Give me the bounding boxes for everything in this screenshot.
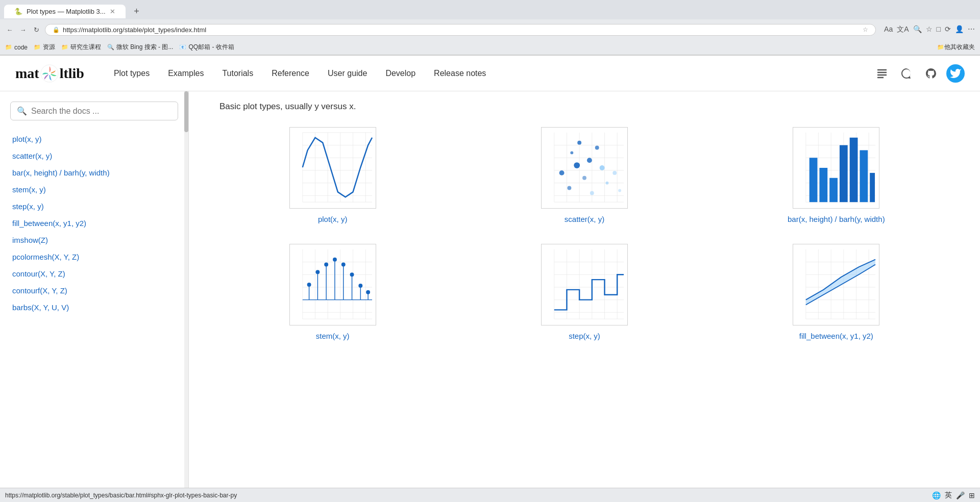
sidebar-link-fill-between[interactable]: fill_between(x, y1, y2) (0, 215, 188, 232)
tab-bar: 🐍 Plot types — Matplotlib 3... ✕ + (0, 0, 980, 19)
address-bar[interactable]: 🔒 https://matplotlib.org/stable/plot_typ… (45, 24, 876, 36)
translate-status-icon[interactable]: 🌐 (932, 491, 941, 499)
svg-point-45 (577, 141, 581, 145)
svg-rect-61 (829, 178, 838, 202)
svg-point-95 (366, 290, 370, 294)
logo-text-right: ltlib (60, 65, 84, 82)
plot-label-stem: stem(x, y) (316, 332, 350, 340)
svg-point-83 (315, 270, 320, 274)
svg-point-37 (582, 176, 586, 180)
bookmark-yanjiusheng[interactable]: 📁研究生课程 (61, 43, 101, 52)
bookmark-qq[interactable]: 📧QQ邮箱 - 收件箱 (179, 43, 234, 52)
lock-icon: 🔒 (53, 27, 60, 33)
favorites-icon[interactable]: ☆ (926, 25, 933, 34)
bookmark-bing[interactable]: 🔍微软 Bing 搜索 - 图... (107, 43, 173, 52)
star-icon[interactable]: ☆ (863, 26, 868, 33)
translate-icon[interactable]: 文A (897, 25, 909, 34)
back-button[interactable]: ← (5, 25, 14, 34)
nav-develop[interactable]: Develop (376, 65, 425, 82)
search-box[interactable]: 🔍 (10, 102, 178, 120)
browser-action-icons: Aa 文A 🔍 ☆ □ ⟳ 👤 ⋯ (884, 25, 975, 34)
sidebar-links: plot(x, y) scatter(x, y) bar(x, height) … (0, 131, 188, 316)
status-url: https://matplotlib.org/stable/plot_types… (5, 492, 932, 499)
plot-card-stem[interactable]: stem(x, y) (219, 244, 446, 340)
svg-point-1 (48, 72, 51, 75)
nav-release-notes[interactable]: Release notes (425, 65, 495, 82)
svg-rect-64 (860, 150, 868, 202)
plot-label-line: plot(x, y) (318, 215, 348, 223)
nav-reference[interactable]: Reference (262, 65, 318, 82)
svg-rect-65 (870, 173, 875, 202)
plot-card-bar[interactable]: bar(x, height) / barh(y, width) (723, 127, 949, 223)
nav-user-guide[interactable]: User guide (318, 65, 376, 82)
svg-rect-66 (290, 244, 376, 325)
svg-point-91 (350, 272, 354, 277)
sidebar-link-contourf[interactable]: contourf(X, Y, Z) (0, 282, 188, 299)
active-tab[interactable]: 🐍 Plot types — Matplotlib 3... ✕ (4, 5, 126, 18)
github-icon-button[interactable] (922, 64, 940, 83)
sidebar-link-stem[interactable]: stem(x, y) (0, 181, 188, 198)
plot-card-scatter[interactable]: scatter(x, y) (471, 127, 697, 223)
zoom-icon[interactable]: 🔍 (913, 25, 922, 34)
section-description: Basic plot types, usually y versus x. (219, 102, 949, 112)
sidebar-link-contour[interactable]: contour(X, Y, Z) (0, 265, 188, 282)
browser-controls: ← → ↻ 🔒 https://matplotlib.org/stable/pl… (0, 19, 980, 40)
nav-icons (873, 64, 965, 83)
new-tab-button[interactable]: + (130, 4, 144, 18)
forward-button[interactable]: → (18, 25, 28, 34)
tab-close[interactable]: ✕ (110, 8, 115, 15)
status-icons: 🌐 英 🎤 ⊞ (932, 491, 975, 500)
svg-point-89 (341, 263, 345, 267)
nav-plot-types[interactable]: Plot types (105, 65, 159, 82)
history-icon[interactable]: ⟳ (945, 25, 951, 34)
collections-icon[interactable]: □ (937, 25, 941, 34)
sidebar-link-pcolormesh[interactable]: pcolormesh(X, Y, Z) (0, 248, 188, 265)
read-mode-icon[interactable]: Aa (884, 25, 893, 34)
svg-point-42 (612, 171, 617, 175)
mic-status-icon[interactable]: 🎤 (956, 491, 965, 499)
plot-label-bar: bar(x, height) / barh(y, width) (788, 215, 885, 223)
plot-grid: plot(x, y) (219, 127, 949, 340)
svg-rect-96 (542, 244, 627, 325)
logo-icon (40, 64, 59, 83)
sidebar-link-step[interactable]: step(x, y) (0, 198, 188, 215)
plot-thumbnail-stem (289, 244, 376, 325)
svg-point-39 (595, 146, 599, 150)
site-header: mat ltlib Plot types Examples Tutorials … (0, 56, 980, 91)
svg-rect-6 (290, 128, 376, 208)
twitter-icon-button[interactable] (946, 64, 965, 83)
more-icon[interactable]: ⋯ (968, 25, 975, 34)
svg-point-87 (333, 258, 337, 262)
plot-card-line[interactable]: plot(x, y) (219, 127, 446, 223)
plot-thumbnail-scatter (541, 127, 628, 209)
refresh-button[interactable]: ↻ (32, 25, 41, 34)
url-text: https://matplotlib.org/stable/plot_types… (63, 26, 206, 34)
plot-card-fill-between[interactable]: fill_between(x, y1, y2) (723, 244, 949, 340)
sidebar-link-bar[interactable]: bar(x, height) / barh(y, width) (0, 164, 188, 181)
other-bookmarks[interactable]: 📁他其收藏夹 (937, 43, 975, 52)
nav-examples[interactable]: Examples (159, 65, 213, 82)
bookmark-code[interactable]: 📁code (5, 44, 28, 51)
svg-rect-63 (850, 138, 858, 202)
tab-favicon: 🐍 (14, 8, 22, 15)
sidebar-link-imshow[interactable]: imshow(Z) (0, 232, 188, 248)
search-input[interactable] (31, 107, 172, 116)
nav-tutorials[interactable]: Tutorials (213, 65, 262, 82)
profile-icon[interactable]: 👤 (955, 25, 964, 34)
sidebar-link-plot[interactable]: plot(x, y) (0, 131, 188, 147)
svg-point-44 (590, 191, 594, 195)
grid-status-icon[interactable]: ⊞ (969, 491, 975, 499)
logo[interactable]: mat ltlib (15, 64, 84, 83)
svg-rect-20 (542, 128, 627, 208)
discourse-icon-button[interactable] (897, 64, 916, 83)
plot-card-step[interactable]: step(x, y) (471, 244, 697, 340)
sidebar-link-scatter[interactable]: scatter(x, y) (0, 147, 188, 164)
plot-thumbnail-fill-between (793, 244, 879, 325)
filter-icon-button[interactable] (873, 64, 891, 83)
bookmark-ziyuan[interactable]: 📁资源 (34, 43, 55, 52)
sidebar-link-barbs[interactable]: barbs(X, Y, U, V) (0, 299, 188, 316)
svg-point-40 (600, 165, 605, 170)
scrollbar-thumb[interactable] (184, 91, 188, 132)
lang-status[interactable]: 英 (945, 491, 952, 500)
tab-title: Plot types — Matplotlib 3... (27, 8, 106, 15)
